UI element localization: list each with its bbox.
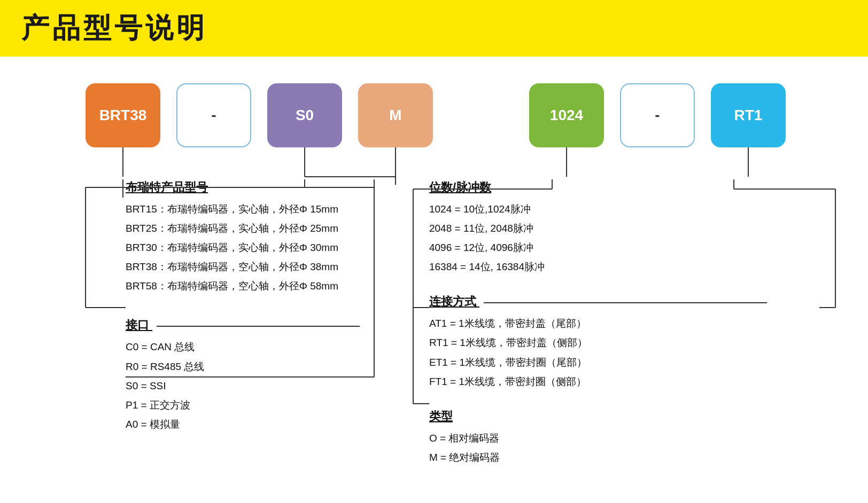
text-blocks-container: 布瑞特产品型号 BRT15：布瑞特编码器，实心轴，外径Φ 15mm BRT25：… [32,179,847,467]
bits-section: 位数/脉冲数 1024 = 10位,1024脉冲 2048 = 11位, 204… [429,179,847,277]
product-item-4: BRT58：布瑞特编码器，空心轴，外径Φ 58mm [126,277,381,296]
product-item-3: BRT38：布瑞特编码器，空心轴，外径Φ 38mm [126,257,381,277]
interface-title: 接口 [126,317,381,333]
bits-item-3: 16384 = 14位, 16384脉冲 [429,257,847,277]
bits-title: 位数/脉冲数 [429,179,847,195]
left-block: 布瑞特产品型号 BRT15：布瑞特编码器，实心轴，外径Φ 15mm BRT25：… [43,179,381,467]
connection-item-3: FT1 = 1米线缆，带密封圈（侧部） [429,372,847,391]
right-block: 位数/脉冲数 1024 = 10位,1024脉冲 2048 = 11位, 204… [413,179,847,467]
connection-title: 连接方式 [429,294,847,310]
interface-section: 接口 C0 = CAN 总线 R0 = RS485 总线 S0 = SSI P1… [126,317,381,434]
type-item-0: O = 相对编码器 [429,429,847,448]
type-section: 类型 O = 相对编码器 M = 绝对编码器 [429,408,847,467]
product-item-1: BRT25：布瑞特编码器，实心轴，外径Φ 25mm [126,219,381,238]
product-title: 布瑞特产品型号 [126,179,381,195]
interface-item-2: S0 = SSI [126,376,381,396]
product-section: 布瑞特产品型号 BRT15：布瑞特编码器，实心轴，外径Φ 15mm BRT25：… [126,179,381,296]
header-banner: 产品型号说明 [0,0,868,57]
type-title: 类型 [429,408,847,425]
product-item-0: BRT15：布瑞特编码器，实心轴，外径Φ 15mm [126,200,381,219]
bits-item-1: 2048 = 11位, 2048脉冲 [429,219,847,238]
connector-lines-svg [32,73,847,179]
interface-item-3: P1 = 正交方波 [126,396,381,415]
interface-item-1: R0 = RS485 总线 [126,357,381,376]
bits-item-0: 1024 = 10位,1024脉冲 [429,200,847,219]
connection-item-1: RT1 = 1米线缆，带密封盖（侧部） [429,333,847,352]
bits-item-2: 4096 = 12位, 4096脉冲 [429,238,847,257]
boxes-container: BRT38 - S0 M 1024 - [32,73,847,179]
connection-item-0: AT1 = 1米线缆，带密封盖（尾部） [429,314,847,333]
page-layout: 产品型号说明 BRT38 - S0 M 1024 [0,0,868,467]
page-title: 产品型号说明 [21,10,847,47]
type-item-1: M = 绝对编码器 [429,448,847,467]
connection-item-2: ET1 = 1米线缆，带密封圈（尾部） [429,353,847,372]
product-item-2: BRT30：布瑞特编码器，实心轴，外径Φ 30mm [126,238,381,257]
connection-section: 连接方式 AT1 = 1米线缆，带密封盖（尾部） RT1 = 1米线缆，带密封盖… [429,294,847,391]
interface-item-0: C0 = CAN 总线 [126,337,381,357]
interface-item-4: A0 = 模拟量 [126,415,381,434]
